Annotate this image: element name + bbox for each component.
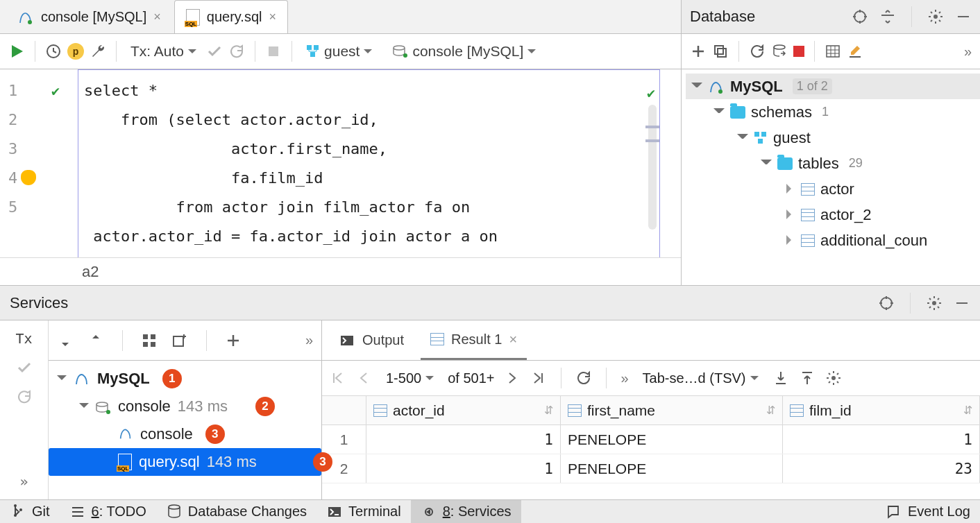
status-db-changes[interactable]: Database Changes (156, 500, 316, 523)
status-git[interactable]: Git (0, 500, 60, 523)
more-icon[interactable]: » (964, 44, 972, 60)
svg-point-9 (933, 15, 938, 19)
code-line[interactable]: from actor join film_actor fa on (84, 193, 659, 222)
minimize-icon[interactable] (955, 8, 972, 25)
status-terminal[interactable]: Terminal (316, 500, 411, 523)
code-line[interactable]: select * (84, 76, 659, 105)
console-dropdown[interactable]: console [MySQL] (389, 40, 540, 62)
code-line[interactable]: actor.actor_id = fa.actor_id join actor … (84, 222, 659, 251)
close-icon[interactable]: × (509, 332, 517, 348)
status-event-log[interactable]: Event Log (876, 500, 980, 523)
code-area[interactable]: ✔ select * from (select actor.actor_id, … (78, 69, 660, 257)
svg-rect-11 (715, 46, 723, 54)
page-last-icon[interactable] (530, 370, 547, 386)
split-icon[interactable] (879, 8, 896, 25)
result-row[interactable]: 2 1 PENELOPE 23 (322, 454, 980, 483)
col-header[interactable]: first_name (561, 396, 783, 425)
page-first-icon[interactable] (329, 370, 346, 386)
wrench-icon[interactable] (90, 43, 106, 60)
error-stripe[interactable] (648, 105, 657, 230)
tab-result[interactable]: Result 1 × (421, 320, 527, 360)
svg-point-13 (774, 45, 785, 49)
run-icon[interactable] (8, 43, 25, 60)
result-grid[interactable]: actor_id first_name film_id 1 1 PENELOPE… (322, 396, 980, 499)
add-icon[interactable] (690, 43, 707, 60)
svc-row-mysql[interactable]: MySQL 1 (49, 365, 321, 393)
export-format-dropdown[interactable]: Tab-se…d (TSV) (639, 368, 763, 389)
rollback-icon[interactable] (16, 388, 33, 405)
edit-icon[interactable] (847, 43, 863, 60)
expand-up-icon[interactable] (57, 332, 74, 349)
tab-query[interactable]: SQL query.sql × (174, 0, 288, 33)
page-of-label: of 501+ (448, 370, 494, 386)
add-icon[interactable] (225, 332, 242, 349)
commit-icon[interactable] (206, 43, 223, 60)
duplicate-icon[interactable] (712, 43, 729, 60)
tree-row-tables[interactable]: tables 29 (686, 151, 980, 176)
export-down-icon[interactable] (772, 370, 789, 386)
new-tab-icon[interactable] (171, 332, 188, 349)
col-header[interactable]: film_id (783, 396, 980, 425)
tree-row-table[interactable]: actor_2 (686, 202, 980, 228)
database-tree[interactable]: MySQL 1 of 2 schemas 1 guest tables 29 a… (682, 69, 980, 253)
datasource-icon (96, 400, 111, 413)
p-badge-icon[interactable]: p (67, 43, 84, 60)
page-range-dropdown[interactable]: 1-500 (382, 368, 438, 389)
breadcrumb[interactable]: a2 (0, 257, 681, 285)
col-header[interactable]: actor_id (366, 396, 561, 425)
code-line[interactable]: actor.first_name, (84, 135, 659, 164)
grid-icon[interactable] (141, 332, 158, 349)
tree-row-table[interactable]: additional_coun (686, 228, 980, 253)
code-line[interactable]: from (select actor.actor_id, (84, 105, 659, 135)
close-icon[interactable]: × (269, 10, 276, 24)
svc-row-console[interactable]: console 143 ms 2 (49, 393, 321, 420)
intention-bulb-icon[interactable] (21, 170, 36, 185)
target-icon[interactable] (878, 295, 895, 311)
tree-row-table[interactable]: actor (686, 176, 980, 202)
collapse-down-icon[interactable] (87, 332, 104, 349)
import-up-icon[interactable] (799, 370, 816, 386)
reload-icon[interactable] (575, 370, 592, 386)
gear-icon[interactable] (825, 370, 842, 386)
tree-row-datasource[interactable]: MySQL 1 of 2 (686, 74, 980, 99)
more-icon[interactable]: » (19, 473, 28, 490)
close-icon[interactable]: × (153, 10, 161, 24)
stop-red-icon[interactable] (793, 46, 804, 57)
status-services[interactable]: 8: Services (411, 500, 521, 523)
services-tree[interactable]: MySQL 1 console 143 ms 2 console 3 (49, 361, 321, 499)
git-icon (10, 504, 26, 520)
stop-icon[interactable] (265, 43, 282, 60)
schema-dropdown[interactable]: guest (302, 40, 376, 62)
result-toolbar: 1-500 of 501+ » Tab-se…d (TSV) (322, 361, 980, 396)
gear-icon[interactable] (926, 295, 943, 311)
result-row[interactable]: 1 1 PENELOPE 1 (322, 425, 980, 454)
svc-row-console-child[interactable]: console 3 (49, 420, 321, 448)
sync-icon[interactable] (771, 43, 788, 60)
commit-icon[interactable] (16, 359, 33, 376)
tree-row-schemas[interactable]: schemas 1 (686, 99, 980, 125)
code-line[interactable]: fa.film_id (84, 164, 659, 193)
more-icon[interactable]: » (620, 370, 628, 386)
svg-point-31 (14, 504, 17, 507)
tab-console[interactable]: console [MySQL] × (6, 0, 173, 33)
refresh-icon[interactable] (749, 43, 766, 60)
svc-row-query[interactable]: SQL query.sql 143 ms 3 (49, 448, 321, 476)
more-icon[interactable]: » (305, 332, 313, 348)
minimize-icon[interactable] (954, 295, 970, 311)
table-view-icon[interactable] (825, 43, 841, 60)
rollback-icon[interactable] (228, 43, 245, 60)
editor-body[interactable]: 1 2 3 4 5 ✔ select * from (select actor.… (0, 69, 681, 257)
gear-icon[interactable] (927, 8, 944, 25)
page-next-icon[interactable] (504, 370, 521, 386)
tab-output[interactable]: Output (329, 320, 414, 360)
column-icon (568, 404, 582, 417)
status-todo[interactable]: 6: TODO (60, 500, 156, 523)
page-prev-icon[interactable] (355, 370, 372, 386)
tree-row-schema-guest[interactable]: guest (686, 125, 980, 151)
tx-label[interactable]: Tx (15, 330, 32, 347)
annotation-3b: 3 (313, 452, 332, 472)
mysql-icon (708, 78, 725, 95)
target-icon[interactable] (852, 8, 868, 25)
history-icon[interactable] (45, 43, 62, 60)
tx-mode-dropdown[interactable]: Tx: Auto (126, 40, 201, 62)
